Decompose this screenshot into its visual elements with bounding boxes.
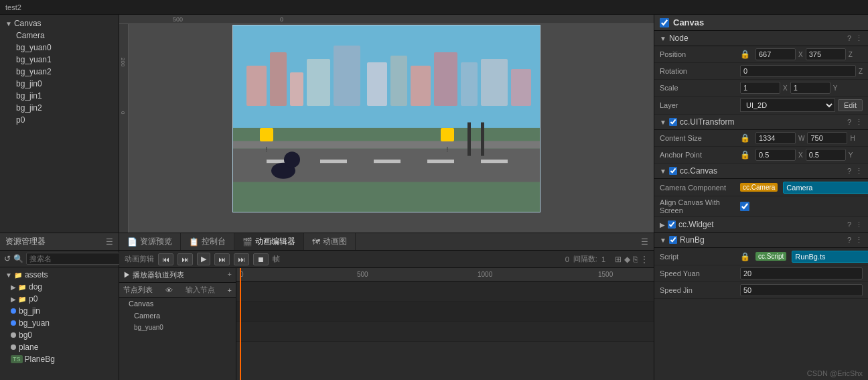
section-header-runbg[interactable]: ▼ RunBg ? ⋮ — [654, 233, 868, 248]
node-item-bg_yuan0[interactable]: bg_yuan0 — [119, 322, 236, 333]
anim-btn-stepforward[interactable]: ⏭ — [214, 253, 230, 265]
tab-animation-editor[interactable]: 🎬 动画编辑器 — [234, 233, 304, 250]
asset-item-bg_yuan[interactable]: bg_yuan — [0, 317, 119, 329]
node-eye-icon[interactable]: 👁 — [165, 286, 173, 294]
inspector-checkbox[interactable] — [660, 18, 669, 27]
tree-item-bg_yuan1[interactable]: bg_yuan1 — [0, 54, 119, 66]
viewport-area[interactable]: 500 0 200 0 — [119, 15, 654, 233]
anim-settings-icon[interactable]: ⋮ — [640, 255, 648, 264]
section-dots-icon-widget[interactable]: ⋮ — [855, 220, 863, 229]
position-x-input[interactable] — [755, 48, 796, 60]
content-size-h-input[interactable] — [807, 132, 847, 144]
anim-btn-prev[interactable]: ⏮ — [158, 253, 173, 265]
tab-menu-icon[interactable]: ☰ — [636, 235, 654, 249]
script-value: 🔒 cc.Script ↗ — [740, 250, 868, 263]
align-canvas-checkbox[interactable] — [740, 202, 749, 211]
anchor-point-value: 🔒 X Y — [740, 149, 863, 161]
position-y-input[interactable] — [806, 48, 846, 60]
asset-item-assets[interactable]: ▼ 📁 assets — [0, 269, 119, 281]
section-question-icon-uitransform[interactable]: ? — [847, 118, 851, 127]
section-header-canvas[interactable]: ▼ cc.Canvas ? ⋮ — [654, 164, 868, 179]
layer-select[interactable]: UI_2D — [740, 99, 835, 112]
anim-btn-next[interactable]: ⏭ — [234, 253, 249, 265]
tree-item-bg_yuan2[interactable]: bg_yuan2 — [0, 66, 119, 78]
section-header-node[interactable]: ▼ Node ? ⋮ — [654, 31, 868, 46]
track-row-camera — [236, 302, 654, 322]
section-dots-icon-runbg[interactable]: ⋮ — [855, 236, 863, 245]
section-arrow-widget: ▶ — [660, 221, 665, 229]
property-rotation: Rotation Z — [654, 63, 868, 80]
tree-item-bg_jin2[interactable]: bg_jin2 — [0, 102, 119, 114]
asset-item-plane[interactable]: plane — [0, 341, 119, 353]
speed-jin-input[interactable] — [740, 284, 863, 296]
asset-item-dog[interactable]: ▶ 📁 dog — [0, 281, 119, 293]
tab-label-animation-editor: 动画编辑器 — [255, 236, 295, 247]
anchor-y-label: Y — [849, 151, 853, 159]
asset-manager-menu-icon[interactable]: ☰ — [106, 237, 113, 247]
asset-item-bg_jin[interactable]: bg_jin — [0, 305, 119, 317]
asset-search-input[interactable] — [26, 253, 125, 265]
script-input[interactable] — [792, 251, 868, 263]
tree-item-bg_jin0[interactable]: bg_jin0 — [0, 78, 119, 90]
section-header-uitransform[interactable]: ▼ cc.UITransform ? ⋮ — [654, 115, 868, 130]
section-question-icon-canvas[interactable]: ? — [847, 167, 851, 176]
section-question-icon-runbg[interactable]: ? — [847, 236, 851, 245]
section-title-node: Node — [669, 34, 847, 43]
anim-btn-stop[interactable]: ⏹ — [253, 253, 269, 265]
uitransform-checkbox[interactable] — [669, 118, 677, 126]
tab-icon-anim: 🎬 — [242, 237, 252, 247]
section-dots-icon-uitransform[interactable]: ⋮ — [855, 118, 863, 127]
speed-jin-label: Speed Jin — [660, 286, 740, 294]
speed-yuan-input[interactable] — [740, 267, 863, 279]
camera-input[interactable] — [783, 182, 868, 194]
anim-btn-play[interactable]: ▶ — [197, 253, 210, 265]
section-dots-icon-canvas[interactable]: ⋮ — [855, 167, 863, 176]
node-add-track-btn[interactable]: + — [228, 270, 232, 278]
asset-item-planebg[interactable]: TS PlaneBg — [0, 353, 119, 365]
svg-rect-27 — [441, 128, 454, 141]
section-header-widget[interactable]: ▶ cc.Widget ? ⋮ — [654, 217, 868, 233]
anchor-x-input[interactable] — [755, 149, 796, 161]
tree-item-camera[interactable]: Camera — [0, 29, 119, 42]
timeline-cursor[interactable] — [240, 268, 241, 380]
content-size-w-input[interactable] — [755, 132, 796, 144]
layer-edit-button[interactable]: Edit — [838, 99, 863, 111]
anim-diamond-icon[interactable]: ◆ — [624, 255, 630, 264]
node-add-icon[interactable]: + — [228, 286, 232, 294]
tab-label-animation-map: 动画图 — [323, 236, 347, 247]
timeline-tracks[interactable]: 0 500 1000 1500 — [236, 268, 654, 380]
tree-label-bg_yuan1: bg_yuan1 — [16, 55, 52, 64]
section-question-icon-node[interactable]: ? — [847, 34, 851, 43]
widget-checkbox[interactable] — [668, 220, 676, 229]
rotation-input[interactable] — [740, 65, 856, 77]
node-section-playback[interactable]: ▶ 播放器轨道列表 + — [119, 268, 236, 283]
anim-grid-icon[interactable]: ⊞ — [615, 255, 622, 264]
asset-item-p0[interactable]: ▶ 📁 p0 — [0, 293, 119, 305]
section-dots-icon-node[interactable]: ⋮ — [855, 34, 863, 43]
anim-interval-value: 1 — [601, 255, 605, 263]
timeline-marker-1000: 1000 — [478, 268, 492, 281]
tree-item-p0[interactable]: p0 — [0, 114, 119, 126]
section-question-icon-widget[interactable]: ? — [847, 220, 851, 229]
section-arrow-runbg: ▼ — [660, 237, 666, 244]
tab-animation-map[interactable]: 🗺 动画图 — [304, 233, 356, 250]
node-item-camera[interactable]: Camera — [119, 310, 236, 322]
tree-item-bg_jin1[interactable]: bg_jin1 — [0, 90, 119, 102]
asset-refresh-icon[interactable]: ↺ — [4, 254, 11, 263]
tab-asset-preview[interactable]: 📄 资源预览 — [119, 233, 181, 250]
anim-copy-icon[interactable]: ⎘ — [633, 255, 638, 264]
tree-item-bg_yuan0[interactable]: bg_yuan0 — [0, 42, 119, 54]
section-title-widget: cc.Widget — [678, 220, 847, 229]
tree-item-canvas[interactable]: ▼ Canvas — [0, 17, 119, 29]
property-speed-jin: Speed Jin — [654, 282, 868, 299]
anim-btn-stepback[interactable]: ⏭ — [177, 253, 193, 265]
asset-item-bg0[interactable]: bg0 — [0, 329, 119, 341]
scale-x-label: X — [783, 84, 788, 92]
runbg-checkbox[interactable] — [669, 236, 677, 244]
scale-x-input[interactable] — [740, 82, 780, 94]
scale-y-input[interactable] — [790, 82, 830, 94]
anchor-y-input[interactable] — [806, 149, 846, 161]
node-item-canvas[interactable]: Canvas — [119, 298, 236, 310]
tab-control-panel[interactable]: 📋 控制台 — [181, 233, 234, 250]
canvas-checkbox[interactable] — [669, 167, 677, 175]
